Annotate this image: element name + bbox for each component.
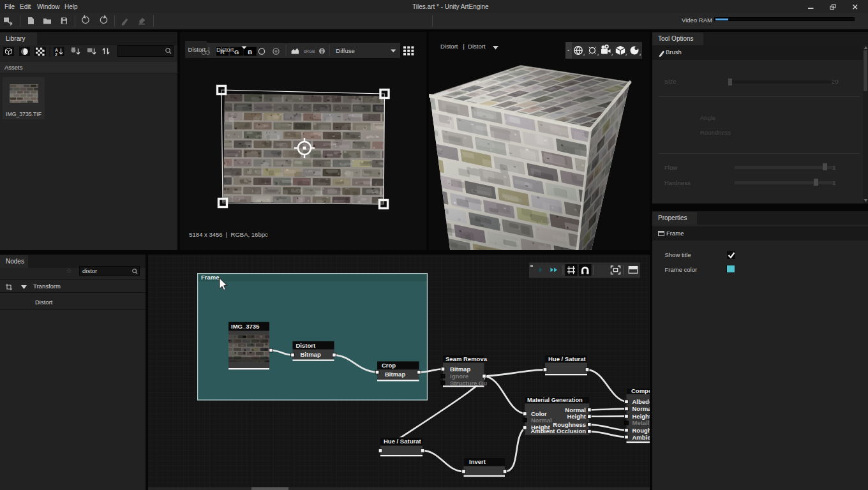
svg-text:Distort: Distort	[296, 342, 316, 349]
svg-text:Albedo: Albedo	[632, 398, 650, 405]
svg-text:Distort: Distort	[216, 46, 234, 53]
svg-text:Material Generation: Material Generation	[527, 397, 583, 403]
svg-text:Height: Height	[632, 413, 650, 420]
svg-text:sRGB: sRGB	[304, 49, 315, 54]
svg-text:Bitmap: Bitmap	[450, 366, 470, 373]
svg-text:Crop: Crop	[382, 362, 396, 369]
svg-text:2: 2	[55, 52, 57, 56]
svg-text:Structure Gu: Structure Gu	[450, 380, 487, 387]
svg-text:IMG_3735: IMG_3735	[231, 323, 260, 330]
svg-text:A: A	[55, 47, 58, 52]
svg-text:Roughness: Roughness	[632, 427, 650, 434]
svg-text:Invert: Invert	[469, 458, 486, 465]
svg-text:Ambient Occl: Ambient Occl	[632, 434, 650, 441]
svg-text:Bitmap: Bitmap	[301, 351, 321, 358]
svg-text:Normal: Normal	[565, 406, 586, 413]
svg-text:Diffuse: Diffuse	[336, 47, 354, 54]
svg-text:Frame: Frame	[201, 274, 220, 281]
svg-text:Normal: Normal	[531, 417, 552, 424]
svg-text:Roughness: Roughness	[553, 421, 586, 428]
svg-text:Ignore: Ignore	[450, 373, 468, 380]
svg-text:5184 x 3456 | RGBA, 16bpc: 5184 x 3456 | RGBA, 16bpc	[189, 231, 268, 238]
svg-text:G: G	[234, 48, 239, 56]
svg-text:Normal: Normal	[632, 405, 650, 412]
svg-text:Composite: Composite	[631, 387, 650, 394]
svg-text:Distort: Distort	[188, 46, 206, 53]
svg-text:B: B	[248, 48, 252, 56]
svg-text:Seam Remova: Seam Remova	[445, 355, 488, 362]
svg-text:Ambient Occlusion: Ambient Occlusion	[530, 427, 586, 434]
svg-text:Bitmap: Bitmap	[385, 371, 405, 378]
svg-text:|: |	[208, 46, 209, 53]
svg-text:Height: Height	[567, 413, 586, 420]
svg-text:Metallic: Metallic	[632, 419, 650, 426]
svg-text:Hue / Saturat: Hue / Saturat	[384, 438, 421, 445]
svg-text:Hue / Saturat: Hue / Saturat	[548, 355, 586, 362]
